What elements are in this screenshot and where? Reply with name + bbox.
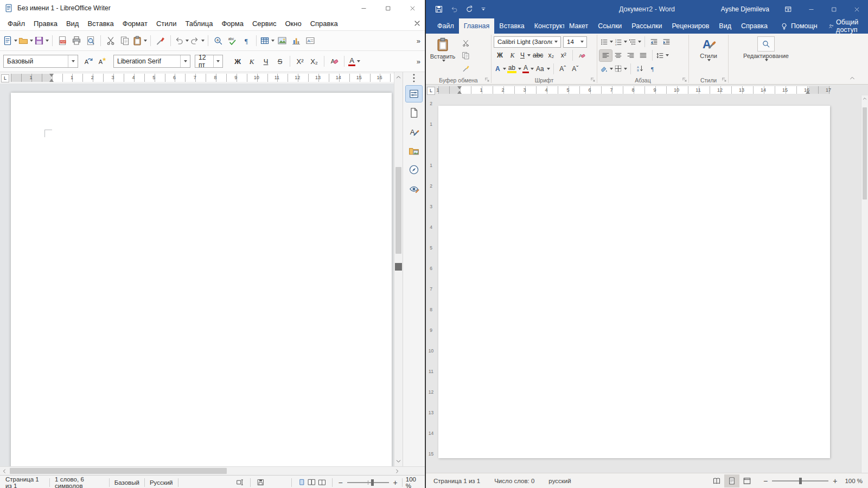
italic-button[interactable]: К (506, 50, 519, 61)
properties-panel-button[interactable] (406, 86, 422, 102)
menu-сервис[interactable]: Сервис (248, 18, 281, 29)
font-name-combo[interactable]: Liberation Serif (113, 55, 190, 68)
scroll-up-button[interactable] (394, 73, 403, 81)
insert-chart-button[interactable] (289, 34, 303, 48)
increase-indent-button[interactable] (660, 36, 673, 48)
show-marks-button[interactable]: ¶ (646, 63, 659, 74)
save-icon[interactable] (435, 5, 443, 14)
zoom-level[interactable]: 100 % (406, 476, 420, 488)
zoom-slider[interactable] (347, 482, 389, 483)
combo-arrow-icon[interactable] (180, 55, 190, 67)
strikethrough-button[interactable]: abc (531, 50, 545, 61)
menu-таблица[interactable]: Таблица (181, 18, 217, 29)
find-replace-button[interactable]: a (211, 34, 225, 48)
save-status-indicator[interactable] (256, 477, 265, 488)
menu-вставка[interactable]: Вставка (83, 18, 118, 29)
tab-справка[interactable]: Справка (736, 18, 773, 34)
open-button[interactable] (18, 34, 34, 48)
scroll-up-button[interactable] (861, 95, 868, 102)
scrollbar-thumb[interactable] (395, 167, 401, 254)
underline-button[interactable]: Ч (259, 54, 273, 68)
indent-marker[interactable] (49, 74, 54, 77)
customize-qat-icon[interactable] (480, 6, 487, 12)
styles-panel-button[interactable]: A (406, 124, 422, 140)
change-case-button[interactable]: Aa (534, 63, 551, 74)
save-button[interactable] (34, 34, 49, 48)
underline-button[interactable]: Ч (519, 50, 531, 61)
strikethrough-button[interactable]: S (273, 54, 287, 68)
new-document-button[interactable] (2, 34, 18, 48)
subscript-button[interactable]: x₂ (545, 50, 557, 61)
minimize-button[interactable] (352, 0, 376, 16)
align-center-button[interactable] (612, 50, 624, 61)
borders-button[interactable] (614, 63, 628, 74)
word-count[interactable]: 1 слово, 6 символов (55, 476, 104, 488)
writer-titlebar[interactable]: Без имени 1 - LibreOffice Writer (0, 0, 425, 16)
menu-окно[interactable]: Окно (280, 18, 305, 29)
ribbon-display-options-button[interactable] (777, 0, 800, 18)
view-multi-page-button[interactable] (307, 477, 317, 488)
zoom-out-button[interactable]: − (337, 478, 344, 487)
navigator-panel-button[interactable] (406, 162, 422, 178)
close-document-icon[interactable] (413, 19, 422, 28)
text-language[interactable]: Русский (150, 479, 173, 486)
zoom-out-button[interactable]: − (762, 477, 769, 485)
shading-button[interactable] (599, 63, 614, 74)
undo-icon[interactable] (450, 5, 458, 14)
combo-arrow-icon[interactable] (577, 37, 586, 47)
word-titlebar[interactable]: Документ2 - Word Ayshe Djemileva (426, 0, 868, 18)
menu-стили[interactable]: Стили (152, 18, 181, 29)
toolbar-overflow-button[interactable]: » (414, 36, 423, 46)
export-pdf-button[interactable]: PDF (55, 34, 69, 48)
new-style-button[interactable]: A (95, 54, 109, 68)
right-indent-marker[interactable] (806, 91, 810, 94)
maximize-button[interactable] (822, 0, 845, 18)
spelling-button[interactable]: abc (225, 34, 239, 48)
align-left-button[interactable] (599, 50, 612, 61)
paste-button[interactable] (132, 34, 148, 48)
tab-вид[interactable]: Вид (714, 18, 736, 34)
text-effects-button[interactable]: А (494, 63, 507, 74)
grow-font-button[interactable]: Аˆ (557, 63, 569, 74)
combo-arrow-icon[interactable] (68, 55, 78, 67)
word-count[interactable]: Число слов: 0 (494, 478, 534, 484)
insert-textbox-button[interactable]: A (303, 34, 317, 48)
highlight-button[interactable]: ab (507, 63, 522, 74)
sidebar-settings-button[interactable] (406, 73, 422, 83)
superscript-button[interactable]: X² (293, 54, 307, 68)
web-layout-button[interactable] (739, 474, 755, 487)
menu-файл[interactable]: Файл (3, 18, 29, 29)
menu-вид[interactable]: Вид (62, 18, 84, 29)
tab-рассылки[interactable]: Рассылки (627, 18, 667, 34)
redo-icon[interactable] (465, 5, 474, 14)
word-document-area[interactable]: 21123456789101112131415 (426, 95, 868, 473)
zoom-in-button[interactable]: + (832, 477, 838, 485)
editing-button[interactable]: Редактирование (739, 35, 793, 75)
maximize-button[interactable] (376, 0, 400, 16)
bold-button[interactable]: Ж (231, 54, 245, 68)
print-layout-button[interactable] (724, 474, 739, 487)
word-horizontal-ruler[interactable]: L 11234567891011121314151617 (426, 85, 868, 95)
redo-button[interactable] (189, 34, 205, 48)
menu-справка[interactable]: Справка (306, 18, 342, 29)
scroll-down-button[interactable] (394, 457, 403, 465)
share-button[interactable]: Общий доступ (825, 18, 868, 34)
first-line-indent-marker[interactable] (457, 86, 462, 89)
styles-dialog-launcher[interactable] (722, 77, 727, 82)
combo-arrow-icon[interactable] (213, 55, 222, 67)
menu-форма[interactable]: Форма (217, 18, 248, 29)
writer-document-area[interactable] (0, 84, 394, 466)
zoom-in-button[interactable]: + (392, 478, 399, 487)
horizontal-ruler[interactable]: L 112345678910111213141516 (0, 72, 394, 84)
insert-image-button[interactable] (275, 34, 289, 48)
superscript-button[interactable]: x² (557, 50, 570, 61)
copy-button[interactable] (458, 50, 473, 61)
clone-formatting-button[interactable] (154, 34, 168, 48)
font-dialog-launcher[interactable] (590, 77, 596, 82)
tab-главная[interactable]: Главная (459, 18, 495, 34)
clipboard-dialog-launcher[interactable] (484, 77, 490, 82)
page-count[interactable]: Страница 1 из 1 (433, 478, 480, 484)
update-style-button[interactable]: A (81, 54, 95, 68)
scrollbar-thumb[interactable] (10, 468, 227, 474)
paragraph-dialog-launcher[interactable] (682, 77, 687, 82)
